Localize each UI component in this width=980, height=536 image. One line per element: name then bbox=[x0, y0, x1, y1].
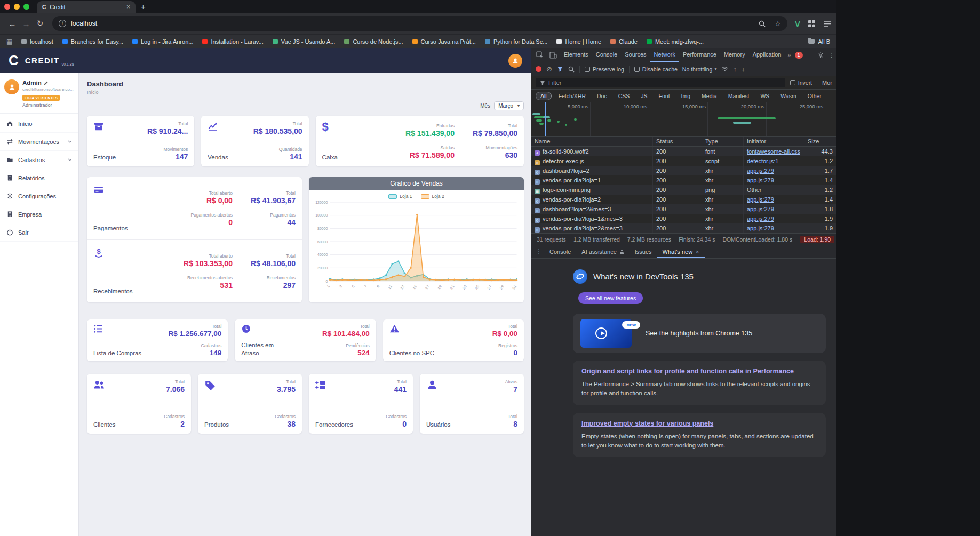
search-icon[interactable] bbox=[759, 20, 766, 27]
address-bar[interactable]: i localhost ☆ bbox=[52, 16, 787, 31]
network-overview-timeline[interactable]: 5,000 ms10,000 ms15,000 ms20,000 ms25,00… bbox=[531, 102, 836, 137]
drawer-tab-what-s-new[interactable]: What's new× bbox=[657, 245, 705, 258]
devtools-tab-memory[interactable]: Memory bbox=[720, 48, 749, 62]
column-header-status[interactable]: Status bbox=[653, 137, 702, 146]
record-network-log-button[interactable] bbox=[536, 66, 541, 72]
network-filter-input[interactable]: Filter bbox=[536, 78, 785, 87]
drawer-menu-kebab-icon[interactable]: ⋮ bbox=[535, 248, 543, 255]
filter-chip-css[interactable]: CSS bbox=[614, 92, 634, 100]
month-select[interactable]: Março ▾ bbox=[494, 101, 524, 110]
article-title-link[interactable]: Origin and script links for profile and … bbox=[581, 367, 794, 375]
initiator-link[interactable]: detector.js:1 bbox=[747, 158, 778, 164]
sidebar-item-sair[interactable]: Sair bbox=[0, 223, 78, 242]
network-request-row[interactable]: {}detector-exec.js200scriptdetector.js:1… bbox=[531, 156, 836, 166]
export-har-icon[interactable]: ↓ bbox=[742, 66, 745, 73]
zoom-window-button[interactable] bbox=[23, 4, 29, 10]
sidebar-item-relatorios[interactable]: Relatórios bbox=[0, 169, 78, 187]
initiator-link[interactable]: app.js:279 bbox=[747, 167, 774, 174]
devtools-tab-sources[interactable]: Sources bbox=[621, 48, 650, 62]
vue-devtools-extension-icon[interactable]: V bbox=[795, 19, 800, 28]
devtools-menu-kebab-icon[interactable]: ⋮ bbox=[828, 52, 834, 59]
minimize-window-button[interactable] bbox=[14, 4, 20, 10]
network-search-icon[interactable] bbox=[568, 66, 575, 73]
drawer-tab-issues[interactable]: Issues bbox=[630, 245, 657, 258]
reload-button[interactable]: ↻ bbox=[33, 17, 47, 30]
url-text[interactable]: localhost bbox=[71, 20, 754, 27]
devtools-settings-gear-icon[interactable] bbox=[817, 52, 824, 59]
new-tab-button[interactable]: + bbox=[141, 2, 146, 11]
filter-chip-other[interactable]: Other bbox=[803, 92, 826, 100]
network-request-row[interactable]: {}dashboard?loja=2200xhrapp.js:2791.7 bbox=[531, 166, 836, 175]
bookmark-item[interactable]: Python for Data Sc... bbox=[485, 38, 548, 45]
more-filters-label[interactable]: Mor bbox=[822, 79, 832, 86]
column-header-initiator[interactable]: Initiator bbox=[744, 137, 804, 146]
bookmark-item[interactable]: Curso Java na Prát... bbox=[412, 38, 476, 45]
filter-chip-ws[interactable]: WS bbox=[756, 92, 774, 100]
filter-chip-wasm[interactable]: Wasm bbox=[776, 92, 800, 100]
see-all-new-features-button[interactable]: See all new features bbox=[578, 292, 643, 304]
profile-avatar[interactable] bbox=[4, 79, 19, 94]
tab-close-icon[interactable]: × bbox=[126, 3, 130, 11]
filter-chip-media[interactable]: Media bbox=[697, 92, 721, 100]
preserve-log-checkbox[interactable]: Preserve log bbox=[585, 66, 624, 73]
column-header-type[interactable]: Type bbox=[702, 137, 744, 146]
site-info-icon[interactable]: i bbox=[59, 20, 66, 27]
initiator-link[interactable]: fontawesome-all.css bbox=[747, 148, 800, 155]
bookmark-item[interactable]: Home | Home bbox=[556, 38, 601, 45]
article-title-link[interactable]: Improved empty states for various panels bbox=[581, 420, 713, 427]
column-header-size[interactable]: Size bbox=[804, 137, 836, 146]
network-conditions-icon[interactable] bbox=[721, 66, 728, 72]
network-request-row[interactable]: {}vendas-por-dia?loja=1&mes=3200xhrapp.j… bbox=[531, 214, 836, 223]
filter-chip-manifest[interactable]: Manifest bbox=[724, 92, 754, 100]
close-tab-icon[interactable]: × bbox=[696, 249, 699, 255]
drawer-tab-ai-assistance[interactable]: AI assistance bbox=[576, 245, 629, 258]
bookmark-item[interactable]: Vue JS - Usando A... bbox=[273, 38, 336, 45]
filter-chip-js[interactable]: JS bbox=[636, 92, 651, 100]
bookmark-item[interactable]: Installation - Larav... bbox=[202, 38, 263, 45]
network-request-row[interactable]: {}vendas-por-dia?loja=2&mes=3200xhrapp.j… bbox=[531, 223, 836, 233]
bookmark-item[interactable]: Branches for Easy... bbox=[62, 38, 123, 45]
import-har-icon[interactable]: ↑ bbox=[733, 66, 737, 73]
close-window-button[interactable] bbox=[4, 4, 10, 10]
devtools-tab-elements[interactable]: Elements bbox=[560, 48, 592, 62]
devtools-tab-console[interactable]: Console bbox=[592, 48, 621, 62]
filter-chip-doc[interactable]: Doc bbox=[593, 92, 611, 100]
devtools-tab-performance[interactable]: Performance bbox=[679, 48, 720, 62]
error-count-badge[interactable]: 1 bbox=[795, 52, 803, 59]
all-bookmarks-button[interactable]: All B bbox=[808, 38, 830, 45]
menu-icon[interactable] bbox=[823, 20, 831, 27]
initiator-link[interactable]: app.js:279 bbox=[747, 206, 774, 212]
more-panels-icon[interactable]: » bbox=[785, 52, 793, 58]
inspect-element-icon[interactable] bbox=[533, 49, 546, 61]
sidebar-item-cadastros[interactable]: Cadastros bbox=[0, 151, 78, 169]
apps-grid-icon[interactable]: ▦ bbox=[6, 38, 12, 45]
filter-funnel-icon[interactable] bbox=[557, 66, 563, 72]
sidebar-item-inicio[interactable]: Início bbox=[0, 115, 78, 133]
bookmark-item[interactable]: Meet: mdg-zfwq-... bbox=[647, 38, 704, 45]
invert-filter-checkbox[interactable]: Invert bbox=[790, 79, 812, 86]
bookmark-item[interactable]: Curso de Node.js... bbox=[344, 38, 403, 45]
initiator-link[interactable]: app.js:279 bbox=[747, 215, 774, 222]
bookmark-item[interactable]: localhost bbox=[21, 38, 53, 45]
highlight-card[interactable]: new See the highlights from Chrome 135 bbox=[573, 314, 826, 353]
network-request-row[interactable]: {}vendas-por-dia?loja=1200xhrapp.js:2791… bbox=[531, 175, 836, 185]
bookmark-star-icon[interactable]: ☆ bbox=[775, 20, 781, 28]
filter-chip-fetchxhr[interactable]: Fetch/XHR bbox=[554, 92, 590, 100]
initiator-link[interactable]: app.js:279 bbox=[747, 196, 774, 203]
edit-pencil-icon[interactable] bbox=[44, 81, 49, 85]
throttling-dropdown[interactable]: No throttling▾ bbox=[682, 66, 717, 73]
network-request-row[interactable]: Afa-solid-900.woff2200fontfontawesome-al… bbox=[531, 147, 836, 156]
network-request-row[interactable]: {}vendas-por-dia?loja=2200xhrapp.js:2791… bbox=[531, 195, 836, 204]
network-request-row[interactable]: ▦logo-icon-mini.png200pngOther1.2 bbox=[531, 185, 836, 195]
devtools-tab-network[interactable]: Network bbox=[650, 48, 679, 62]
device-toolbar-icon[interactable] bbox=[547, 49, 560, 61]
disable-cache-checkbox[interactable]: Disable cache bbox=[634, 66, 678, 73]
sidebar-item-configuracoes[interactable]: Configurações bbox=[0, 187, 78, 205]
browser-tab[interactable]: C Credit × bbox=[37, 1, 136, 13]
drawer-tab-console[interactable]: Console bbox=[544, 245, 576, 258]
extensions-icon[interactable] bbox=[808, 20, 816, 28]
user-avatar[interactable] bbox=[508, 54, 522, 68]
back-button[interactable]: ← bbox=[5, 17, 19, 30]
devtools-tab-application[interactable]: Application bbox=[749, 48, 785, 62]
sidebar-item-movimentacoes[interactable]: Movimentações bbox=[0, 133, 78, 151]
